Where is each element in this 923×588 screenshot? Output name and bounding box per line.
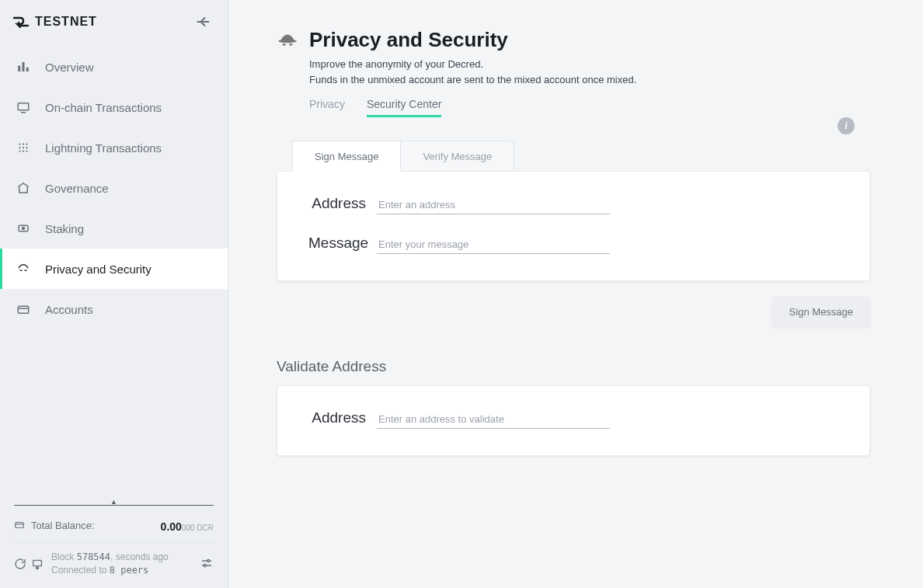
sidebar-item-governance[interactable]: Governance: [0, 168, 228, 208]
sidebar-item-label: Overview: [45, 61, 94, 74]
balance-label: Total Balance:: [31, 520, 95, 531]
balance-row: Total Balance: 0.00000 DCR: [14, 517, 214, 544]
sidebar-item-label: Accounts: [45, 303, 93, 316]
svg-point-8: [23, 147, 24, 148]
svg-point-20: [204, 564, 206, 566]
network-ok-icon: [31, 558, 44, 570]
page-title: Privacy and Security: [309, 28, 508, 52]
tab-privacy[interactable]: Privacy: [309, 98, 345, 117]
validate-section-title: Validate Address: [277, 358, 870, 375]
brand-text: TESTNET: [35, 15, 97, 29]
address-label: Address: [308, 195, 366, 212]
svg-rect-3: [18, 103, 29, 110]
privacy-icon: [16, 261, 31, 277]
ticket-icon: [16, 221, 31, 236]
validate-card: Address: [277, 385, 870, 456]
svg-point-10: [19, 150, 20, 151]
svg-rect-22: [283, 43, 286, 45]
svg-point-18: [37, 567, 39, 569]
svg-rect-2: [26, 68, 29, 71]
connected-label: Connected to: [51, 565, 106, 576]
sidebar-item-accounts[interactable]: Accounts: [0, 289, 228, 329]
grid-dots-icon: [16, 140, 31, 155]
sign-message-button[interactable]: Sign Message: [772, 297, 870, 327]
sidebar-item-staking[interactable]: Staking: [0, 208, 228, 249]
status-text: Block 578544, seconds ago Connected to 8…: [51, 551, 169, 577]
svg-point-9: [26, 147, 27, 148]
governance-icon: [16, 180, 31, 196]
sliders-icon: [200, 556, 214, 570]
svg-point-5: [23, 143, 24, 144]
arrow-left-icon: [195, 14, 211, 30]
message-input[interactable]: [377, 235, 610, 254]
sidebar-item-lightning[interactable]: Lightning Transactions: [0, 127, 228, 168]
page-subtitle-1: Improve the anonymity of your Decred.: [309, 57, 923, 72]
svg-rect-1: [23, 62, 25, 71]
nav: Overview On-chain Transactions Lightning…: [0, 43, 228, 329]
collapse-sidebar-button[interactable]: [192, 11, 214, 33]
sidebar-item-overview[interactable]: Overview: [0, 47, 228, 87]
svg-rect-17: [33, 561, 42, 566]
page-subtitle-2: Funds in the unmixed account are sent to…: [309, 72, 923, 88]
sidebar-item-label: Staking: [45, 222, 84, 235]
sidebar-item-label: Lightning Transactions: [45, 141, 162, 155]
main-content: Privacy and Security Improve the anonymi…: [228, 0, 923, 588]
sign-message-card: Address Message: [277, 171, 870, 281]
validate-address-label: Address: [308, 409, 366, 426]
svg-point-14: [23, 228, 25, 230]
decred-logo-icon: [12, 12, 30, 31]
svg-point-6: [26, 143, 27, 144]
settings-button[interactable]: [200, 556, 214, 572]
validate-address-input[interactable]: [377, 410, 610, 429]
brand-logo: TESTNET: [12, 12, 97, 31]
block-time: , seconds ago: [110, 551, 169, 562]
sidebar-item-label: Governance: [45, 182, 109, 195]
tab-security-center[interactable]: Security Center: [367, 98, 441, 117]
sidebar-expand-handle[interactable]: [14, 505, 214, 506]
subtab-sign-message[interactable]: Sign Message: [292, 141, 401, 172]
sync-icon: [14, 558, 26, 570]
sidebar-item-onchain[interactable]: On-chain Transactions: [0, 87, 228, 127]
privacy-hat-icon: [277, 30, 298, 51]
svg-point-11: [23, 150, 24, 151]
block-label: Block: [51, 551, 74, 562]
subtab-verify-message[interactable]: Verify Message: [401, 141, 514, 172]
svg-rect-23: [289, 43, 292, 45]
monitor-icon: [16, 99, 31, 115]
peers-count: 8 peers: [110, 565, 149, 576]
sidebar-item-privacy-security[interactable]: Privacy and Security: [0, 249, 228, 289]
balance-icon: [14, 520, 25, 531]
info-button[interactable]: i: [838, 117, 855, 134]
svg-point-21: [278, 39, 297, 42]
svg-point-4: [19, 143, 20, 144]
svg-point-7: [19, 147, 20, 148]
svg-rect-15: [18, 306, 29, 313]
svg-rect-0: [18, 66, 20, 72]
accounts-icon: [16, 301, 31, 317]
balance-unit: 000 DCR: [182, 524, 214, 532]
sidebar: TESTNET Overview On-chain Transactions L…: [0, 0, 228, 588]
sidebar-item-label: On-chain Transactions: [45, 101, 162, 114]
address-input[interactable]: [377, 196, 610, 214]
sidebar-item-label: Privacy and Security: [45, 263, 152, 276]
svg-point-19: [207, 559, 210, 562]
message-label: Message: [308, 235, 366, 252]
balance-value: 0.00: [161, 520, 182, 533]
svg-rect-16: [16, 523, 24, 528]
svg-point-12: [26, 150, 27, 151]
block-height: 578544: [77, 551, 110, 562]
chart-bar-icon: [16, 59, 31, 75]
